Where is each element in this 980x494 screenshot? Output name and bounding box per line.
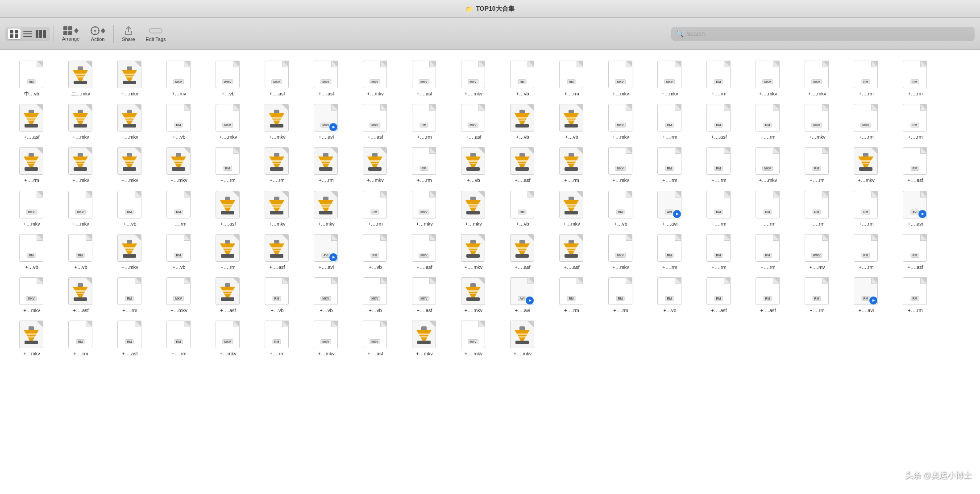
list-item[interactable]: +…mkv [105, 144, 154, 187]
list-item[interactable]: RM+….rm [400, 100, 449, 144]
list-item[interactable]: MKV+….mkv [449, 57, 498, 100]
list-item[interactable]: RM+….rm [694, 57, 743, 100]
list-item[interactable]: RM中…vb [7, 57, 56, 100]
list-item[interactable]: RM+….rm [645, 231, 694, 274]
list-item[interactable]: +….mkv [449, 274, 498, 317]
list-item[interactable]: +….rm [203, 231, 253, 274]
list-item[interactable]: RM+….rm [400, 144, 449, 187]
list-item[interactable]: RM+…vb [253, 274, 302, 317]
list-item[interactable]: RM+….rm [694, 144, 743, 187]
action-button[interactable]: Action [86, 23, 110, 45]
list-item[interactable]: +….asf [203, 274, 253, 317]
list-item[interactable]: MKV+….asf [351, 100, 400, 144]
list-item[interactable]: RM+….rm [645, 144, 694, 187]
list-item[interactable]: AVI▶+….avi [498, 274, 547, 317]
list-item[interactable]: +….mkv [449, 231, 498, 274]
list-item[interactable]: +….asf [253, 231, 302, 274]
list-item[interactable]: RM+….asf [105, 317, 154, 360]
list-item[interactable]: MKV+…vb [302, 274, 351, 317]
list-item[interactable]: RM+…vb [154, 100, 203, 144]
list-item[interactable]: 二…mkv [56, 57, 105, 100]
list-item[interactable]: RM+….rm [547, 57, 596, 100]
list-item[interactable]: +…mkv [842, 144, 891, 187]
search-box[interactable]: 🔍 [671, 27, 975, 41]
list-item[interactable]: RM+….asf [743, 274, 793, 317]
list-item[interactable]: RM+….rm [793, 144, 842, 187]
list-item[interactable]: +…mkv [7, 317, 56, 360]
list-item[interactable]: +….asf [203, 187, 253, 231]
list-item[interactable]: RM+….rm [891, 274, 940, 317]
list-item[interactable]: +….rm [302, 144, 351, 187]
list-item[interactable]: RM+…vb [105, 187, 154, 231]
list-item[interactable]: RM+….rm [253, 317, 302, 360]
list-item[interactable]: RM+….rm [743, 231, 793, 274]
list-item[interactable]: MKV+…mv [154, 57, 203, 100]
list-item[interactable]: MKV+…mkv [596, 57, 645, 100]
list-item[interactable]: RM+….rm [105, 274, 154, 317]
list-item[interactable]: RM+….asf [694, 100, 743, 144]
list-item[interactable]: RM+….rm [891, 57, 940, 100]
list-item[interactable]: MKV+…mkv [645, 57, 694, 100]
list-item[interactable]: MKV+….asf [351, 317, 400, 360]
list-item[interactable]: MKV+….mkv [449, 317, 498, 360]
list-item[interactable]: +….asf [7, 100, 56, 144]
list-item[interactable]: RM+…vb [498, 187, 547, 231]
list-item[interactable]: +…mkv [547, 187, 596, 231]
list-item[interactable]: RM+…vb [645, 274, 694, 317]
search-input[interactable] [686, 30, 970, 37]
list-item[interactable]: MKV+….rm [842, 100, 891, 144]
list-item[interactable]: RM+….rm [645, 100, 694, 144]
list-item[interactable]: WMV+…vb [203, 57, 253, 100]
column-view-button[interactable] [35, 29, 47, 39]
list-item[interactable]: RM+….rm [694, 231, 743, 274]
list-item[interactable]: +….asf [547, 231, 596, 274]
list-item[interactable]: MKV+…mkv [154, 274, 203, 317]
list-item[interactable]: RM+….rm [596, 274, 645, 317]
list-item[interactable]: +….asf [56, 274, 105, 317]
list-item[interactable]: RM+….rm [56, 317, 105, 360]
list-item[interactable]: RM+….asf [891, 144, 940, 187]
list-item[interactable]: MKV+…vb [351, 274, 400, 317]
list-item[interactable]: +…mkv [400, 317, 449, 360]
list-item[interactable]: MKV+…mkv [596, 144, 645, 187]
list-item[interactable]: MKV+…mkv [56, 187, 105, 231]
list-item[interactable]: MKV+…mkv [793, 100, 842, 144]
list-item[interactable]: +….asf [498, 231, 547, 274]
list-item[interactable]: +…mkv [449, 187, 498, 231]
list-item[interactable]: +….rm [7, 144, 56, 187]
list-view-button[interactable] [21, 29, 34, 39]
list-item[interactable]: MKV+….mkv [203, 100, 253, 144]
list-item[interactable]: AVI▶+….avi [302, 231, 351, 274]
list-item[interactable]: +…vb [498, 100, 547, 144]
list-item[interactable]: RM+….rm [891, 100, 940, 144]
list-item[interactable]: RM+…vb [498, 57, 547, 100]
list-item[interactable]: RM+….rm [793, 187, 842, 231]
list-item[interactable]: MKV+…mkv [400, 187, 449, 231]
list-item[interactable]: +…mkv [253, 100, 302, 144]
list-item[interactable]: AVI▶+….avi [645, 187, 694, 231]
list-item[interactable]: +…mkv [105, 231, 154, 274]
list-item[interactable]: RM+….rm [793, 274, 842, 317]
edit-tags-button[interactable]: Edit Tags [141, 23, 170, 45]
list-item[interactable]: RM+….rm [203, 144, 253, 187]
icon-view-button[interactable] [8, 29, 21, 39]
list-item[interactable]: RM+….rm [694, 187, 743, 231]
list-item[interactable]: +…mkv [253, 187, 302, 231]
list-item[interactable]: MKV+…mkv [302, 317, 351, 360]
list-item[interactable]: MKV+….mkv [743, 57, 793, 100]
list-item[interactable]: RM▶+….avi [842, 274, 891, 317]
list-item[interactable]: RM+…vb [351, 231, 400, 274]
list-item[interactable]: +…vb [547, 100, 596, 144]
list-item[interactable]: MKV+….asf [449, 100, 498, 144]
list-item[interactable]: RM+….rm [842, 231, 891, 274]
list-item[interactable]: RM+…vb [56, 231, 105, 274]
list-item[interactable]: MKV+….asf [400, 274, 449, 317]
list-item[interactable]: RM+….rm [743, 100, 793, 144]
list-item[interactable]: +…mkv [105, 100, 154, 144]
list-item[interactable]: MKV+….mkv [793, 57, 842, 100]
list-item[interactable]: +…mkv [56, 144, 105, 187]
list-item[interactable]: MKV+…mkv [203, 317, 253, 360]
arrange-button[interactable]: Arrange [58, 24, 84, 44]
list-item[interactable]: +…mkv [105, 57, 154, 100]
list-item[interactable]: RM+….asf [694, 274, 743, 317]
